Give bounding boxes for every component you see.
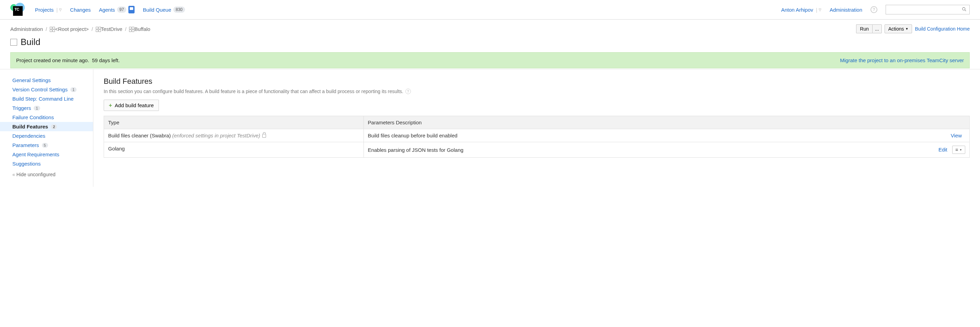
plus-icon: + [109,103,112,108]
user-name: Anton Arhipov [781,7,813,13]
search-input[interactable] [889,7,962,12]
add-build-feature-button[interactable]: + Add build feature [103,100,159,111]
lock-icon [262,134,266,138]
sidebar-item-vcs[interactable]: Version Control Settings1 [0,85,93,94]
banner-msg-a: Project created one minute ago. [16,57,89,63]
feature-enforced-note: (enforced settings in project TestDrive) [172,132,260,139]
feature-desc: Enables parsing of JSON tests for Golang [368,147,939,153]
migrate-link[interactable]: Migrate the project to an on-premises Te… [840,57,964,63]
crumb-project[interactable]: TestDrive [96,26,123,32]
actions-label: Actions [888,26,904,32]
sidebar-item-parameters[interactable]: Parameters5 [0,140,93,150]
section-description: In this section you can configure build … [103,89,403,94]
sidebar-item-triggers[interactable]: Triggers1 [0,104,93,113]
project-icon [50,27,54,31]
features-badge: 2 [51,124,57,129]
add-button-label: Add build feature [115,102,153,108]
section-title: Build Features [103,77,970,86]
caret-down-icon: ▼ [959,148,962,152]
chevron-down-icon: ▽ [819,8,821,12]
teamcity-logo[interactable]: TC [10,3,25,16]
view-link[interactable]: View [951,132,962,139]
table-row: Golang Enables parsing of JSON tests for… [104,142,970,158]
sidebar-item-failure[interactable]: Failure Conditions [0,113,93,122]
banner-msg-b: 59 days left. [92,57,120,63]
svg-line-1 [965,10,966,11]
nav-agents[interactable]: Agents 97 [99,6,135,13]
sidebar-item-suggestions[interactable]: Suggestions [0,159,93,168]
sidebar-item-agent-req[interactable]: Agent Requirements [0,150,93,159]
chevron-down-icon: ▽ [59,8,62,12]
build-type-icon [10,39,17,46]
edit-link[interactable]: Edit [939,147,947,153]
sidebar: General Settings Version Control Setting… [0,69,93,187]
sidebar-item-general[interactable]: General Settings [0,76,93,85]
project-icon [129,27,134,31]
crumb-root-project[interactable]: <Root project> [50,26,89,32]
col-params-header: Parameters Description [364,116,969,129]
run-button[interactable]: Run [856,24,872,33]
nav-projects-label: Projects [35,7,54,13]
col-type-header: Type [104,116,364,129]
crumb-config[interactable]: Buffalo [129,26,150,32]
list-icon [955,147,958,153]
feature-type: Build files cleaner (Swabra) [108,132,171,139]
agents-count-badge: 97 [117,6,126,13]
help-icon[interactable]: ? [406,89,411,94]
crumb-administration[interactable]: Administration [10,26,43,32]
search-box[interactable] [886,5,970,14]
sidebar-item-dependencies[interactable]: Dependencies [0,131,93,140]
parameters-badge: 5 [42,143,48,148]
sidebar-item-build-step[interactable]: Build Step: Command Line [0,94,93,104]
nav-projects[interactable]: Projects | ▽ [35,7,62,13]
run-options-button[interactable]: ... [872,24,882,33]
sidebar-item-features[interactable]: Build Features2 [0,122,93,131]
vcs-badge: 1 [70,87,76,92]
queue-count-badge: 830 [173,6,185,13]
nav-administration[interactable]: Administration [830,7,862,13]
feature-type: Golang [108,146,125,152]
help-icon[interactable]: ? [870,6,877,13]
user-menu[interactable]: Anton Arhipov | ▽ [781,7,821,13]
feature-desc: Build files cleanup before build enabled [368,132,951,139]
hide-unconfigured-link[interactable]: Hide unconfigured [0,168,93,181]
svg-point-0 [963,7,965,10]
nav-changes[interactable]: Changes [70,7,91,13]
page-title: Build [21,37,40,48]
search-icon [962,7,967,13]
nav-agents-label: Agents [99,7,115,13]
project-icon [96,27,100,31]
features-table: Type Parameters Description Build files … [103,116,970,158]
nav-changes-label: Changes [70,7,91,13]
table-row: Build files cleaner (Swabra) (enforced s… [104,129,970,142]
agent-pool-icon [128,6,135,13]
nav-build-queue[interactable]: Build Queue 830 [143,6,185,13]
info-banner: Project created one minute ago. 59 days … [10,52,970,69]
row-menu-button[interactable]: ▼ [952,146,965,154]
pipe-icon: | [816,7,817,13]
nav-queue-label: Build Queue [143,7,171,13]
caret-down-icon: ▼ [905,27,908,30]
breadcrumb: Administration / <Root project> / TestDr… [10,26,150,32]
actions-menu-button[interactable]: Actions ▼ [885,24,912,33]
triggers-badge: 1 [33,106,40,111]
pipe-icon: | [56,7,58,13]
build-config-home-link[interactable]: Build Configuration Home [915,26,970,32]
